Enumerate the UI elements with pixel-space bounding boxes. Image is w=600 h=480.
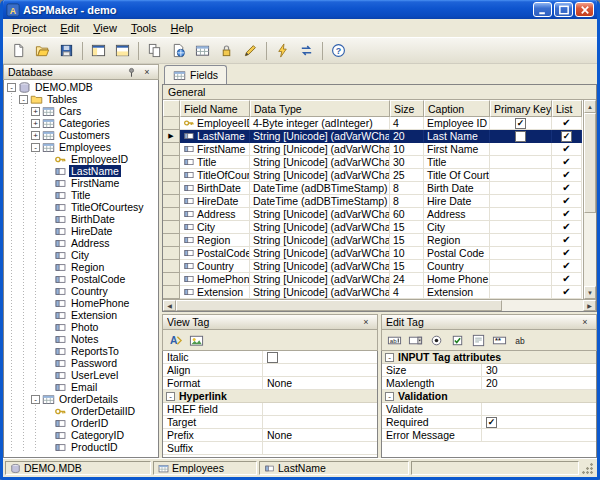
collapse-icon[interactable]: - — [166, 392, 175, 401]
tree-item-categories[interactable]: +Categories — [4, 117, 158, 129]
tree-item-employees[interactable]: -Employees — [4, 141, 158, 153]
tree-item-lastname[interactable]: LastName — [4, 165, 158, 177]
grid-row-firstname[interactable]: FirstNameString [Unicode] (adVarWChar)10… — [163, 143, 583, 156]
table-setup-button[interactable] — [191, 40, 214, 62]
tree-item-orderid[interactable]: OrderID — [4, 417, 158, 429]
view-tag-row-align[interactable]: Align — [163, 364, 377, 377]
cell-list[interactable]: ✔ — [552, 208, 582, 221]
collapse-icon[interactable]: - — [385, 392, 394, 401]
view-tag-italic-checkbox[interactable] — [267, 352, 278, 363]
cell-list[interactable]: ✔ — [552, 260, 582, 273]
copy-settings-button[interactable] — [143, 40, 166, 62]
row-selector[interactable] — [163, 247, 180, 260]
tree-item-notes[interactable]: Notes — [4, 333, 158, 345]
cell-list[interactable]: ✔ — [552, 195, 582, 208]
tree-item-firstname[interactable]: FirstName — [4, 177, 158, 189]
edit-tag-row-validate[interactable]: Validate — [382, 403, 596, 416]
cell-primary-key[interactable] — [490, 234, 552, 247]
row-selector[interactable] — [163, 143, 180, 156]
cell-primary-key[interactable] — [490, 208, 552, 221]
expander-orderdetails[interactable]: - — [31, 395, 40, 404]
toggle-output-panel-button[interactable] — [111, 40, 134, 62]
minimize-button[interactable] — [533, 2, 552, 17]
cell-list[interactable]: ✔ — [552, 143, 582, 156]
scroll-up-button[interactable]: ▲ — [584, 100, 596, 113]
row-selector[interactable] — [163, 208, 180, 221]
grid-row-postalcode[interactable]: PostalCodeString [Unicode] (adVarWChar)1… — [163, 247, 583, 260]
edit-tag-group-validation[interactable]: -Validation — [382, 390, 596, 403]
cell-list[interactable]: ✔ — [552, 221, 582, 234]
property-value[interactable]: 20 — [482, 377, 596, 389]
expander-tables[interactable]: - — [19, 95, 28, 104]
tree-item-employeeid[interactable]: EmployeeID — [4, 153, 158, 165]
textbox-button[interactable]: ab — [384, 331, 404, 349]
edit-tag-group-input-tag-attributes[interactable]: -INPUT Tag attributes — [382, 351, 596, 364]
view-tag-close-button[interactable]: × — [359, 316, 373, 329]
expander-customers[interactable]: + — [31, 131, 40, 140]
cell-primary-key[interactable] — [490, 130, 552, 143]
scroll-right-button[interactable]: ▶ — [583, 300, 596, 311]
tree-item-customers[interactable]: +Customers — [4, 129, 158, 141]
tree-item-region[interactable]: Region — [4, 261, 158, 273]
vertical-scroll-thumb[interactable] — [584, 113, 596, 213]
grid-horizontal-scrollbar[interactable]: ◀ ▶ — [163, 299, 596, 311]
grid-row-extension[interactable]: ExtensionString [Unicode] (adVarWChar)4E… — [163, 286, 583, 299]
edit-tag-row-size[interactable]: Size30 — [382, 364, 596, 377]
grid-row-country[interactable]: CountryString [Unicode] (adVarWChar)15Co… — [163, 260, 583, 273]
resize-grip[interactable] — [581, 461, 595, 475]
menu-view[interactable]: View — [86, 20, 124, 36]
pin-icon[interactable] — [124, 66, 138, 79]
grid-row-region[interactable]: RegionString [Unicode] (adVarWChar)15Reg… — [163, 234, 583, 247]
synchronize-button[interactable] — [295, 40, 318, 62]
cell-primary-key[interactable] — [490, 156, 552, 169]
save-project-button[interactable] — [55, 40, 78, 62]
scroll-down-button[interactable]: ▼ — [584, 286, 596, 299]
tree-item-hiredate[interactable]: HireDate — [4, 225, 158, 237]
horizontal-scroll-thumb[interactable] — [176, 300, 502, 311]
edit-tag-row-required[interactable]: Required — [382, 416, 596, 429]
view-tag-group-hyperlink[interactable]: -Hyperlink — [163, 390, 377, 403]
property-value[interactable]: None — [263, 429, 377, 441]
toggle-database-panel-button[interactable] — [87, 40, 110, 62]
grid-row-address[interactable]: AddressString [Unicode] (adVarWChar)60Ad… — [163, 208, 583, 221]
view-tag-row-format[interactable]: FormatNone — [163, 377, 377, 390]
expander-demo-mdb[interactable]: - — [7, 83, 16, 92]
cell-primary-key[interactable] — [490, 247, 552, 260]
property-value[interactable]: 30 — [482, 364, 596, 376]
tree-item-categoryid[interactable]: CategoryID — [4, 429, 158, 441]
tree-item-orderdetails[interactable]: -OrderDetails — [4, 393, 158, 405]
grid-row-titleofcourtesy[interactable]: TitleOfCourtesyString [Unicode] (adVarWC… — [163, 169, 583, 182]
help-button[interactable]: ? — [327, 40, 350, 62]
tree-item-tables[interactable]: -Tables — [4, 93, 158, 105]
expander-employees[interactable]: - — [31, 143, 40, 152]
column-header-primary-key[interactable]: Primary Key — [490, 100, 552, 117]
label-button[interactable]: ab — [510, 331, 530, 349]
row-selector[interactable]: ▶ — [163, 130, 180, 143]
tree-item-extension[interactable]: Extension — [4, 309, 158, 321]
row-selector[interactable] — [163, 273, 180, 286]
tree-item-homephone[interactable]: HomePhone — [4, 297, 158, 309]
vertical-scroll-track[interactable] — [584, 113, 596, 286]
tab-fields[interactable]: Fields — [164, 65, 227, 84]
row-selector[interactable] — [163, 221, 180, 234]
tree-item-city[interactable]: City — [4, 249, 158, 261]
textarea-button[interactable] — [468, 331, 488, 349]
select-button[interactable] — [405, 331, 425, 349]
cell-list[interactable]: ✔ — [552, 234, 582, 247]
collapse-icon[interactable]: - — [385, 353, 394, 362]
grid-row-employeeid[interactable]: EmployeeID4-Byte integer (adInteger)4Emp… — [163, 117, 583, 130]
grid-row-hiredate[interactable]: HireDateDateTime (adDBTimeStamp)8Hire Da… — [163, 195, 583, 208]
cell-list[interactable]: ✔ — [552, 273, 582, 286]
tree-item-title[interactable]: Title — [4, 189, 158, 201]
password-button[interactable]: ** — [489, 331, 509, 349]
cell-primary-key[interactable] — [490, 169, 552, 182]
grid-vertical-scrollbar[interactable]: ▲ ▼ — [583, 100, 596, 299]
column-header-list[interactable]: List — [552, 100, 582, 117]
cell-primary-key[interactable] — [490, 273, 552, 286]
tree-item-cars[interactable]: +Cars — [4, 105, 158, 117]
cell-primary-key[interactable] — [490, 260, 552, 273]
open-project-button[interactable] — [31, 40, 54, 62]
tree-item-address[interactable]: Address — [4, 237, 158, 249]
tree-item-titleofcourtesy[interactable]: TitleOfCourtesy — [4, 201, 158, 213]
menu-help[interactable]: Help — [164, 20, 201, 36]
